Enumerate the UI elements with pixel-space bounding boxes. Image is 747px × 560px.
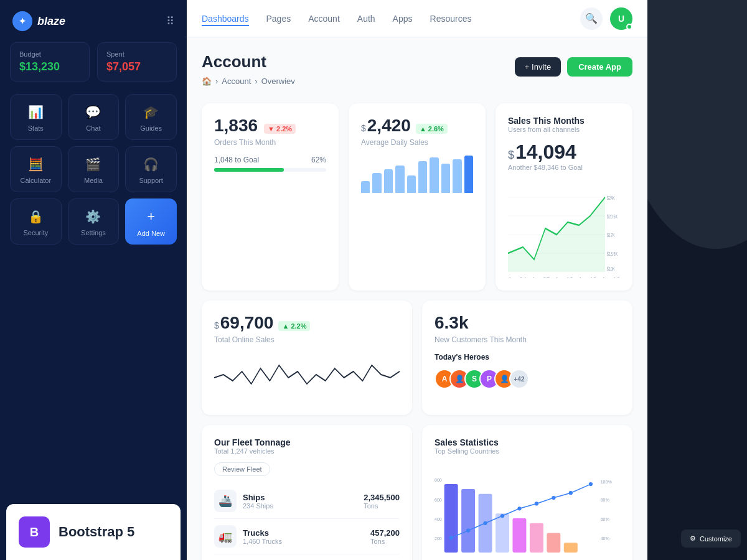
sidebar-item-media[interactable]: 🎬 Media <box>68 146 120 192</box>
fleet-item-ships: 🚢 Ships 234 Ships 2,345,500 Tons <box>214 483 400 519</box>
bottom-grid: Our Fleet Tonnage Total 1,247 vehicles R… <box>202 425 632 560</box>
ships-name: Ships <box>243 493 273 502</box>
svg-text:600: 600 <box>435 498 442 502</box>
media-icon: 🎬 <box>85 157 101 172</box>
sidebar-item-support[interactable]: 🎧 Support <box>125 146 177 192</box>
spent-label: Spent <box>106 50 167 58</box>
sidebar-item-chat-label: Chat <box>86 124 100 132</box>
sidebar-item-chat[interactable]: 💬 Chat <box>68 94 120 140</box>
ships-count: 234 Ships <box>243 502 273 510</box>
sales-month-subtitle: Users from all channels <box>508 126 620 133</box>
svg-rect-18 <box>512 518 526 553</box>
app-name: blaze <box>37 15 65 28</box>
sales-month-value: 14,094 <box>515 141 576 164</box>
customize-button[interactable]: ⚙ Customize <box>681 530 741 548</box>
main-content: Dashboards Pages Account Auth Apps Resou… <box>187 0 647 560</box>
tab-resources[interactable]: Resources <box>430 11 472 26</box>
security-icon: 🔒 <box>28 209 44 224</box>
bar-0 <box>361 181 370 193</box>
stats-grid-row1: 1,836 ▼ 2.2% Orders This Month 1,048 to … <box>202 103 632 291</box>
menu-icon[interactable]: ⠿ <box>166 14 174 28</box>
bar-8 <box>453 159 461 193</box>
tab-apps[interactable]: Apps <box>393 11 413 26</box>
bar-3 <box>395 166 404 193</box>
fleet-card: Our Fleet Tonnage Total 1,247 vehicles R… <box>202 425 412 560</box>
svg-rect-15 <box>461 489 475 553</box>
breadcrumb-account: Account <box>222 77 251 86</box>
online-sales-change: ▲ 2.2% <box>278 321 310 331</box>
tab-dashboards[interactable]: Dashboards <box>202 11 249 26</box>
sidebar-item-guides[interactable]: 🎓 Guides <box>125 94 177 140</box>
search-button[interactable]: 🔍 <box>580 7 603 30</box>
svg-text:400: 400 <box>435 517 442 521</box>
calculator-icon: 🧮 <box>28 157 44 172</box>
review-fleet-button[interactable]: Review Fleet <box>214 462 270 476</box>
tab-account[interactable]: Account <box>308 11 340 26</box>
page-title: Account <box>202 52 295 72</box>
orders-label: Orders This Month <box>214 138 326 147</box>
settings-icon: ⚙️ <box>85 209 101 224</box>
tab-pages[interactable]: Pages <box>266 11 291 26</box>
daily-sales-label: Average Daily Sales <box>361 138 473 147</box>
sales-month-card: Sales This Months Users from all channel… <box>496 103 632 291</box>
orders-value: 1,836 <box>214 116 258 136</box>
bootstrap-icon: B <box>19 516 50 548</box>
add-new-icon: + <box>147 208 155 225</box>
sales-stats-card: Sales Statistics Top Selling Countries 8… <box>422 425 632 560</box>
tab-auth[interactable]: Auth <box>357 11 375 26</box>
create-app-button[interactable]: Create App <box>567 57 632 77</box>
svg-text:800: 800 <box>435 478 442 482</box>
sidebar-item-stats[interactable]: 📊 Stats <box>10 94 62 140</box>
trucks-value: 457,200 <box>370 528 400 538</box>
user-avatar[interactable]: U <box>610 7 632 30</box>
progress-bar-fill <box>214 168 284 172</box>
svg-rect-17 <box>496 513 509 553</box>
orders-card: 1,836 ▼ 2.2% Orders This Month 1,048 to … <box>202 103 339 291</box>
progress-bar-bg <box>214 168 326 172</box>
sales-stats-chart: 800 600 400 200 <box>435 462 620 560</box>
goal-text: 1,048 to Goal <box>214 156 259 164</box>
support-icon: 🎧 <box>143 157 159 172</box>
sidebar-item-guides-label: Guides <box>140 124 162 132</box>
budget-label: Budget <box>19 50 80 58</box>
sidebar-header: ✦ blaze ⠿ <box>0 0 187 42</box>
svg-point-24 <box>483 521 487 525</box>
invite-button[interactable]: + Invite <box>515 57 561 77</box>
sidebar-item-settings[interactable]: ⚙️ Settings <box>68 198 120 245</box>
nav-grid: 📊 Stats 💬 Chat 🎓 Guides 🧮 Calculator 🎬 M… <box>0 94 187 245</box>
sales-stats-title: Sales Statistics <box>435 437 620 447</box>
sidebar-item-add-new-label: Add New <box>137 230 165 237</box>
sales-month-title: Sales This Months <box>508 116 620 126</box>
customers-value: 6.3k <box>435 313 620 333</box>
trucks-unit: Tons <box>370 538 400 545</box>
orders-progress: 1,048 to Goal 62% <box>214 156 326 172</box>
spent-card: Spent $7,057 <box>97 42 177 82</box>
svg-point-25 <box>500 514 504 518</box>
online-indicator <box>626 24 632 30</box>
bar-9 <box>464 156 473 193</box>
svg-rect-14 <box>444 484 458 553</box>
bar-4 <box>407 175 416 193</box>
sidebar-item-add-new[interactable]: + Add New <box>125 198 177 245</box>
sidebar-item-security[interactable]: 🔒 Security <box>10 198 62 245</box>
svg-text:40%: 40% <box>601 536 610 541</box>
fleet-subtitle: Total 1,247 vehicles <box>214 447 400 455</box>
sidebar-item-calculator[interactable]: 🧮 Calculator <box>10 146 62 192</box>
sales-stats-subtitle: Top Selling Countries <box>435 447 620 455</box>
bar-2 <box>384 169 393 193</box>
budget-row: Budget $13,230 Spent $7,057 <box>0 42 187 94</box>
customize-label: Customize <box>700 535 732 543</box>
svg-text:$10K: $10K <box>607 266 615 272</box>
top-nav-right: 🔍 U <box>580 7 632 30</box>
sidebar-item-security-label: Security <box>23 229 48 236</box>
svg-text:80%: 80% <box>601 498 610 502</box>
customize-icon: ⚙ <box>690 534 696 543</box>
svg-point-29 <box>569 491 573 495</box>
chart-x-labels: Apr 04 Apr 07 Apr 10 Apr 13 Apr 16 <box>508 277 620 278</box>
budget-value: $13,230 <box>19 60 80 73</box>
svg-text:$17K: $17K <box>607 232 615 239</box>
page-content: Account 🏠 › Account › Overwiev + Invite … <box>187 37 647 560</box>
daily-sales-chart <box>361 156 473 193</box>
bar-6 <box>430 157 438 193</box>
svg-point-23 <box>466 528 470 532</box>
